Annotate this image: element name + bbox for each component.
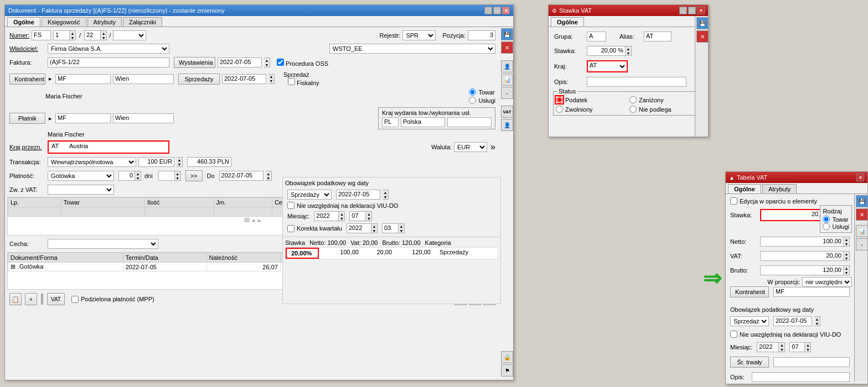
- date-up2[interactable]: ▲: [268, 75, 274, 79]
- tv-ob-select[interactable]: Sprzedaży: [730, 316, 769, 326]
- procedura-checkbox[interactable]: [277, 59, 284, 66]
- rejestr-select[interactable]: SPR: [402, 30, 436, 40]
- spin-up2[interactable]: ▲: [101, 31, 106, 35]
- tvb-up[interactable]: ▲: [844, 266, 849, 270]
- platnosc-days-num[interactable]: 0: [118, 171, 135, 181]
- sprzedazy-btn[interactable]: Sprzedaży: [178, 74, 220, 85]
- ob-up[interactable]: ▲: [383, 190, 388, 195]
- flag-btn[interactable]: ⚑: [501, 364, 513, 376]
- platnosc-days2[interactable]: [158, 171, 175, 181]
- tv-opis-val[interactable]: [752, 372, 850, 382]
- podatek-option[interactable]: Podatek: [556, 96, 627, 103]
- tv-tab-ogolne[interactable]: Ogólne: [728, 184, 761, 194]
- tv-btn4[interactable]: -: [856, 238, 868, 250]
- kraj-code[interactable]: AT: [50, 142, 66, 152]
- k-up[interactable]: ▲: [371, 224, 377, 228]
- bottom-btn2[interactable]: +: [25, 293, 37, 305]
- gg-btn[interactable]: >>: [185, 170, 203, 181]
- ta-down[interactable]: ▼: [177, 162, 182, 166]
- tv-kontrahent-btn[interactable]: Kontrahent: [730, 286, 769, 297]
- kontrahent-code[interactable]: MF: [55, 74, 111, 84]
- kontrahent-city[interactable]: Wien: [113, 74, 174, 84]
- tv-edycja-checkbox[interactable]: [730, 197, 737, 205]
- kontrahent-btn[interactable]: Kontrahent: [9, 74, 45, 85]
- uslugi-radio[interactable]: [469, 97, 476, 104]
- km-up[interactable]: ▲: [399, 224, 404, 228]
- waluta-select[interactable]: EUR: [454, 142, 487, 152]
- save-btn[interactable]: 💾: [501, 28, 513, 40]
- bottom-btn1[interactable]: 📋: [9, 293, 22, 305]
- pozycja-val[interactable]: 3: [468, 30, 495, 40]
- tv-ob-date[interactable]: 2022-07-05: [773, 316, 812, 326]
- tv-sr-btn[interactable]: Śr. trwały: [730, 357, 769, 368]
- obowiazek-date[interactable]: 2022-07-05: [336, 190, 380, 200]
- sv-grupa-val[interactable]: A: [587, 32, 606, 41]
- korekta-checkbox[interactable]: [287, 225, 294, 232]
- cecha-select[interactable]: [48, 239, 158, 249]
- tv-vat-val[interactable]: 20,00: [760, 251, 844, 261]
- korekta-m[interactable]: 03: [382, 223, 399, 233]
- faktura-val[interactable]: (A)FS-1/22: [48, 57, 169, 67]
- tvob-up[interactable]: ▲: [814, 317, 820, 321]
- tab-zalaczniki[interactable]: Załączniki: [123, 17, 162, 27]
- tv-brutto-val[interactable]: 120,00: [760, 265, 844, 275]
- numer-select[interactable]: [113, 30, 146, 40]
- tvn-down[interactable]: ▼: [844, 242, 849, 246]
- nie-podlega-option[interactable]: Nie podlega: [629, 106, 701, 113]
- tvm-down[interactable]: ▼: [779, 347, 784, 352]
- pdate-down[interactable]: ▼: [266, 176, 271, 180]
- podzielona-checkbox[interactable]: [71, 296, 79, 303]
- vat-stawka-cell[interactable]: 20,00%: [286, 248, 319, 259]
- miesiac-val[interactable]: 2022: [314, 211, 339, 221]
- tv-miesiac-m[interactable]: 07: [789, 342, 805, 352]
- tvb-down[interactable]: ▼: [844, 270, 849, 275]
- zanizony-option[interactable]: Zaniżony: [629, 96, 701, 103]
- tv-kontrahent-val[interactable]: MF: [773, 287, 850, 297]
- sv-save[interactable]: 💾: [696, 17, 709, 29]
- numer-val2[interactable]: 22: [84, 30, 101, 40]
- tv-uslugi-option[interactable]: Usługi: [823, 223, 849, 230]
- pdate-up[interactable]: ▲: [266, 171, 271, 176]
- transakcja-amount[interactable]: 100 EUR: [138, 157, 174, 167]
- minimize-btn[interactable]: _: [484, 7, 492, 14]
- zw-vat-select[interactable]: [48, 185, 114, 195]
- platnik-code[interactable]: MF: [55, 113, 111, 123]
- tvob-down[interactable]: ▼: [814, 321, 820, 326]
- wystawienia-date[interactable]: 2022-07-05: [218, 57, 262, 67]
- sv-stawka-val[interactable]: 20,00 %: [587, 46, 626, 56]
- tv-netto-val[interactable]: 100,00: [760, 237, 844, 247]
- korekta-val[interactable]: 2022: [347, 223, 371, 233]
- pd2-down[interactable]: ▼: [175, 176, 180, 180]
- pd-down[interactable]: ▼: [135, 176, 141, 180]
- sv-max[interactable]: □: [688, 7, 696, 14]
- kraj-extra[interactable]: [447, 117, 492, 127]
- tv-sr-val[interactable]: [773, 357, 850, 367]
- tvmm-down[interactable]: ▼: [805, 347, 810, 352]
- spin-up[interactable]: ▲: [70, 31, 75, 35]
- sv-close[interactable]: ✕: [697, 7, 705, 14]
- tab-atrybuty[interactable]: Atrybuty: [87, 17, 122, 27]
- sprzedazy-date[interactable]: 2022-07-05: [222, 74, 266, 84]
- sv-kraj-val[interactable]: AT: [588, 61, 610, 71]
- numer-val1[interactable]: 1: [53, 30, 70, 40]
- tvv-down[interactable]: ▼: [844, 256, 849, 260]
- tv-wproporcji-select[interactable]: nie uwzględniaj: [802, 277, 852, 287]
- maximize-btn[interactable]: □: [493, 7, 501, 14]
- tab-ogolne[interactable]: Ogólne: [7, 17, 40, 27]
- arrow-btn[interactable]: »: [490, 142, 495, 152]
- tv-towar-option[interactable]: Towar: [823, 216, 849, 223]
- towar-radio[interactable]: [469, 88, 476, 96]
- platnik-btn[interactable]: Płatnik: [9, 113, 45, 124]
- spin-down[interactable]: ▼: [70, 35, 75, 40]
- obowiazek-select[interactable]: Sprzedaży: [287, 190, 332, 200]
- kraj-name[interactable]: Austria: [68, 142, 167, 152]
- ob-down[interactable]: ▼: [383, 195, 388, 199]
- date-down2[interactable]: ▼: [268, 79, 274, 83]
- tv-save[interactable]: 💾: [856, 195, 868, 207]
- tv-cancel[interactable]: ✕: [856, 208, 868, 221]
- m-up[interactable]: ▲: [339, 212, 344, 216]
- miesiac-m[interactable]: 07: [349, 211, 366, 221]
- wsto-select[interactable]: WSTO_EE: [329, 44, 495, 54]
- platnosc-date[interactable]: 2022-07-05: [219, 171, 264, 181]
- k-down[interactable]: ▼: [371, 228, 377, 233]
